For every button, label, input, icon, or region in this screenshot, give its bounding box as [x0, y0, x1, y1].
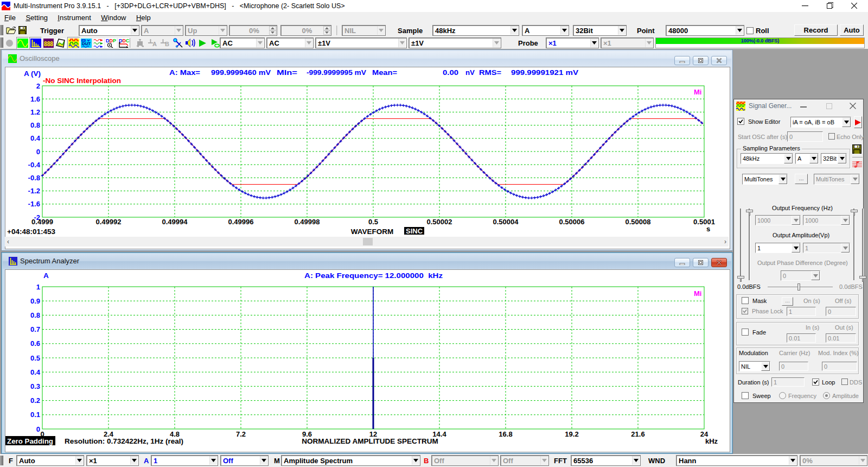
svg-text:1: 1 [36, 283, 40, 291]
svg-text:0.49994: 0.49994 [162, 218, 188, 226]
svg-text:Mi: Mi [694, 88, 701, 96]
svg-text:kHz: kHz [705, 437, 718, 445]
svg-text:0.7: 0.7 [30, 325, 40, 333]
svg-text:B: B [165, 41, 169, 47]
svg-text:0.50004: 0.50004 [493, 218, 519, 226]
svg-text:-999.9999995 mV: -999.9999995 mV [307, 68, 366, 77]
svg-text:0.49992: 0.49992 [96, 218, 122, 226]
svg-text:0.3: 0.3 [30, 382, 40, 390]
svg-text:7.2: 7.2 [236, 430, 246, 438]
svg-text:-1.2: -1.2 [28, 187, 40, 195]
svg-text:0.4: 0.4 [30, 134, 41, 142]
svg-text:0.50008: 0.50008 [626, 218, 651, 226]
svg-text:1.2: 1.2 [30, 108, 40, 116]
svg-text:0.8: 0.8 [30, 311, 40, 319]
svg-text:0.5: 0.5 [368, 218, 378, 226]
svg-text:0.5: 0.5 [30, 354, 40, 362]
svg-text:999.99991921 mV: 999.99991921 mV [511, 68, 578, 77]
svg-text:0.50002: 0.50002 [427, 218, 452, 226]
svg-text:+04:48:01:453: +04:48:01:453 [7, 228, 55, 236]
svg-text:0: 0 [36, 148, 40, 156]
svg-text:0.4999: 0.4999 [31, 218, 53, 226]
svg-text:-No SINC Interpolation: -No SINC Interpolation [43, 77, 121, 85]
svg-text:0.49998: 0.49998 [295, 218, 320, 226]
svg-text:A (V): A (V) [24, 70, 41, 78]
svg-text:Mean=: Mean= [372, 68, 397, 77]
svg-text:0.9: 0.9 [30, 297, 40, 305]
svg-text:NORMALIZED AMPLITUDE SPECTRUM: NORMALIZED AMPLITUDE SPECTRUM [302, 437, 438, 445]
svg-text:MIn=: MIn= [277, 68, 297, 77]
svg-text:0.00: 0.00 [443, 68, 458, 77]
svg-text:WAVEFORM: WAVEFORM [351, 228, 394, 236]
svg-text:SINC: SINC [406, 227, 423, 235]
svg-text:888: 888 [44, 40, 53, 47]
svg-text:0.50006: 0.50006 [559, 218, 585, 226]
svg-text:2: 2 [36, 82, 40, 90]
svg-text:A: Peak Frequency= 12.000000: A: Peak Frequency= 12.000000 kHz [304, 272, 443, 280]
svg-text:-0.4: -0.4 [28, 161, 41, 169]
svg-text:s: s [706, 225, 710, 233]
svg-text:999.9999460 mV: 999.9999460 mV [211, 68, 271, 77]
svg-text:nV: nV [465, 68, 475, 77]
svg-text:16.8: 16.8 [499, 430, 512, 438]
svg-text:A: A [152, 41, 157, 47]
svg-text:Zero Padding: Zero Padding [7, 437, 53, 445]
svg-text:Resolution: 0.732422Hz, 1Hz (r: Resolution: 0.732422Hz, 1Hz (real) [65, 437, 183, 445]
svg-text:0.2: 0.2 [30, 396, 40, 405]
svg-text:0.49996: 0.49996 [228, 218, 254, 226]
svg-text:0: 0 [36, 425, 40, 433]
svg-text:21.6: 21.6 [631, 430, 644, 438]
svg-text:DDP: DDP [106, 38, 116, 43]
svg-text:0.4: 0.4 [30, 368, 41, 376]
svg-text:RMS=: RMS= [479, 68, 501, 77]
svg-text:DUT: DUT [82, 41, 91, 46]
svg-text:-0.8: -0.8 [28, 174, 40, 182]
svg-text:1.6: 1.6 [30, 95, 40, 103]
svg-text:0.8: 0.8 [30, 121, 40, 129]
svg-text:0.5001: 0.5001 [693, 218, 715, 226]
svg-text:Mi: Mi [694, 289, 701, 298]
svg-text:DDC: DDC [119, 38, 130, 43]
svg-text:A: Max=: A: Max= [169, 68, 200, 77]
svg-text:-1.6: -1.6 [28, 200, 40, 208]
svg-text:0.6: 0.6 [30, 339, 40, 348]
svg-text:A: A [43, 272, 49, 280]
svg-text:19.2: 19.2 [565, 430, 578, 438]
svg-text:0.1: 0.1 [30, 411, 40, 419]
